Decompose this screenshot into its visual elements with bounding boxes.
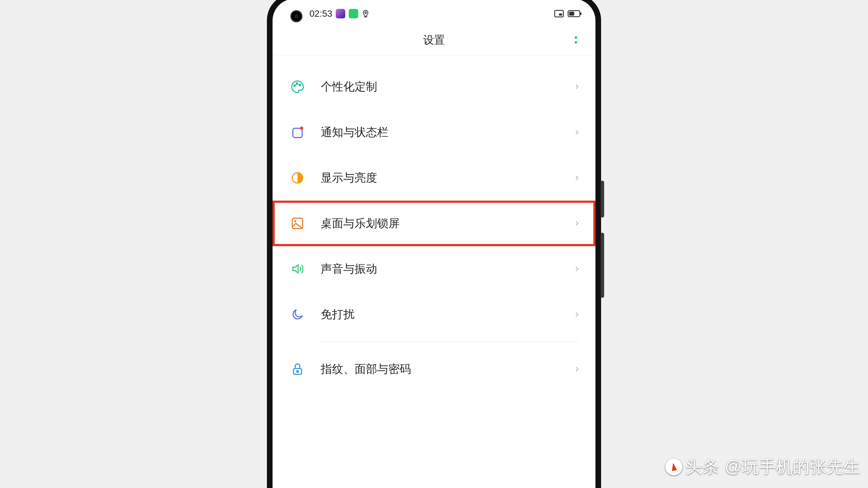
chevron-right-icon [573,174,580,181]
page-title: 设置 [423,33,445,47]
settings-item-desktop-lockscreen[interactable]: 桌面与乐划锁屏 [273,201,595,246]
location-icon [362,10,370,18]
pip-icon [554,10,564,18]
status-app-icon [336,9,345,19]
svg-point-0 [365,12,367,14]
settings-label: 指纹、面部与密码 [321,362,573,377]
settings-label: 免打扰 [321,307,573,322]
svg-point-2 [294,85,295,86]
watermark-logo: 头条 [665,455,719,478]
settings-label: 桌面与乐划锁屏 [321,216,573,231]
phone-screen: 02:53 设置 [273,0,595,488]
battery-icon [568,10,580,17]
palette-icon [290,79,305,94]
watermark-brand: 头条 [685,455,719,478]
svg-point-9 [294,220,297,222]
section-divider [321,341,580,342]
chevron-right-icon [573,220,580,227]
settings-item-sound[interactable]: 声音与振动 [273,246,595,292]
settings-item-notifications[interactable]: 通知与状态栏 [273,109,595,155]
settings-label: 通知与状态栏 [321,125,573,140]
watermark-handle: @玩手机的张先生 [725,455,860,478]
toutiao-logo-icon [665,458,682,476]
svg-point-11 [297,371,299,372]
settings-list: 个性化定制 通知与状态栏 [273,55,595,392]
svg-point-3 [296,83,298,85]
settings-item-do-not-disturb[interactable]: 免打扰 [273,292,595,337]
status-clock: 02:53 [309,8,332,19]
chevron-right-icon [573,265,580,272]
home-lockscreen-icon [290,216,305,231]
moon-icon [290,307,305,322]
page-header: 设置 [273,25,595,55]
chevron-right-icon [573,129,580,136]
svg-point-4 [299,85,301,86]
lock-icon [290,362,305,377]
settings-item-biometrics[interactable]: 指纹、面部与密码 [273,346,595,392]
settings-label: 个性化定制 [321,79,573,94]
settings-item-personalization[interactable]: 个性化定制 [273,64,595,109]
camera-punch-hole [290,10,303,22]
settings-label: 显示与亮度 [321,170,573,186]
side-button [601,233,604,298]
phone-frame: 02:53 设置 [267,0,601,488]
more-menu-button[interactable] [571,36,580,44]
chevron-right-icon [573,311,580,318]
status-right [554,10,580,18]
notification-icon [290,125,305,140]
speaker-icon [290,261,305,276]
chevron-right-icon [573,366,580,372]
status-bar: 02:53 [273,0,595,25]
settings-item-display[interactable]: 显示与亮度 [273,155,595,201]
chevron-right-icon [573,83,580,90]
brightness-icon [290,170,305,186]
settings-label: 声音与振动 [321,261,573,276]
svg-point-6 [300,126,303,130]
side-button [601,181,604,218]
battery-level [569,12,574,15]
watermark: 头条 @玩手机的张先生 [665,455,860,478]
status-app-icon [349,9,358,19]
